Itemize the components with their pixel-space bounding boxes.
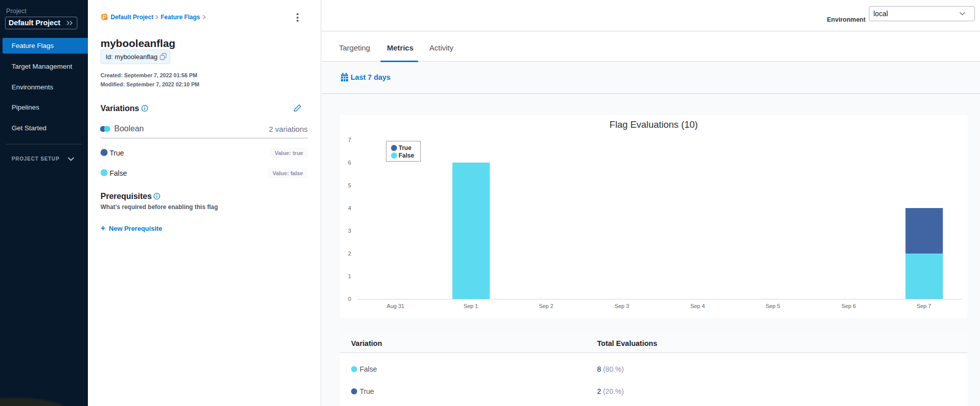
svg-text:6: 6 bbox=[348, 160, 351, 166]
svg-text:Sep 7: Sep 7 bbox=[917, 303, 932, 309]
svg-text:0: 0 bbox=[348, 296, 351, 302]
svg-text:4: 4 bbox=[348, 205, 351, 211]
svg-text:Sep 6: Sep 6 bbox=[842, 303, 856, 309]
svg-text:Sep 1: Sep 1 bbox=[464, 303, 478, 309]
svg-text:Sep 4: Sep 4 bbox=[691, 303, 705, 309]
svg-text:True: True bbox=[399, 144, 412, 151]
svg-text:False: False bbox=[399, 152, 414, 159]
svg-text:Flag Evaluations (10): Flag Evaluations (10) bbox=[610, 119, 698, 130]
svg-text:Sep 5: Sep 5 bbox=[766, 303, 780, 309]
svg-text:2: 2 bbox=[348, 250, 351, 257]
svg-text:Sep 2: Sep 2 bbox=[539, 303, 554, 309]
svg-text:Aug 31: Aug 31 bbox=[387, 303, 405, 309]
svg-text:3: 3 bbox=[348, 228, 351, 234]
svg-text:1: 1 bbox=[348, 273, 351, 279]
svg-text:5: 5 bbox=[348, 182, 351, 188]
svg-text:Sep 3: Sep 3 bbox=[615, 303, 629, 309]
svg-text:7: 7 bbox=[348, 137, 351, 143]
